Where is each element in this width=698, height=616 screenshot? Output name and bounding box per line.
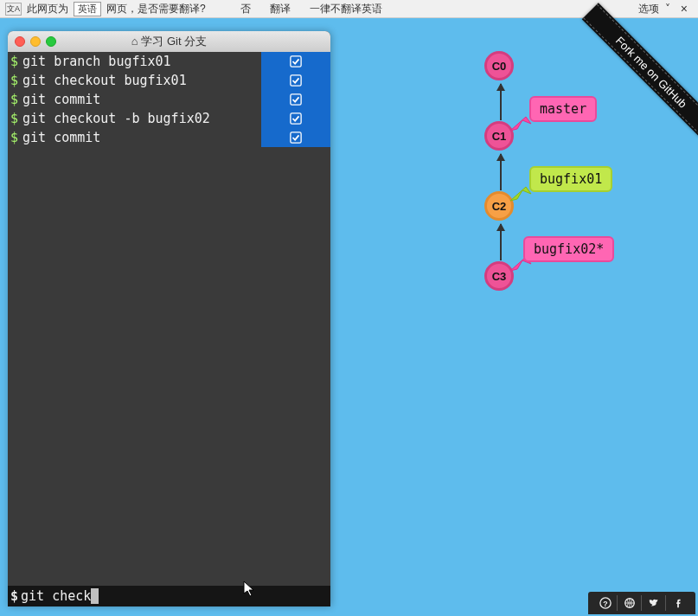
check-icon	[261, 109, 330, 128]
prompt: $	[8, 52, 22, 71]
command-text: git commit	[22, 90, 261, 109]
terminal-input[interactable]: $ git check	[8, 586, 330, 606]
twitter-icon[interactable]	[642, 595, 666, 611]
translate-text-2: 网页，是否需要翻译?	[106, 2, 206, 16]
svg-rect-5	[291, 94, 301, 105]
svg-rect-4	[291, 75, 301, 86]
terminal-line: $ git branch bugfix01	[8, 52, 330, 71]
terminal-window: ⌂ 学习 Git 分支 $ git branch bugfix01 $ git …	[8, 31, 330, 606]
commit-arrow	[500, 154, 502, 190]
translate-close-button[interactable]: ×	[676, 2, 693, 16]
branch-label: bugfix01	[540, 171, 602, 187]
facebook-icon[interactable]	[666, 595, 690, 611]
translate-icon: 文A	[5, 3, 22, 16]
svg-marker-1	[510, 187, 531, 201]
commit-node-c0[interactable]: C0	[484, 51, 514, 80]
branch-label: bugfix02*	[534, 241, 604, 257]
mouse-cursor-icon	[243, 581, 257, 601]
detected-language[interactable]: 英语	[74, 2, 101, 16]
commit-arrow	[500, 224, 502, 260]
prompt: $	[8, 588, 21, 604]
home-icon: ⌂	[131, 35, 141, 48]
command-text: git branch bugfix01	[22, 52, 261, 71]
branch-tag-master[interactable]: master	[529, 96, 597, 122]
command-text: git checkout -b bugfix02	[22, 109, 261, 128]
branch-tag-bugfix01[interactable]: bugfix01	[529, 166, 612, 192]
translate-no-button[interactable]: 否	[234, 2, 258, 16]
fork-ribbon-link[interactable]: Fork me on GitHub	[582, 3, 698, 142]
translate-options-dropdown[interactable]: 选项 ˅	[638, 2, 670, 16]
terminal-titlebar[interactable]: ⌂ 学习 Git 分支	[8, 31, 330, 52]
prompt: $	[8, 71, 22, 90]
check-icon	[261, 52, 330, 71]
svg-text:?: ?	[603, 600, 607, 608]
check-icon	[261, 128, 330, 147]
terminal-line: $ git checkout -b bugfix02	[8, 109, 330, 128]
text-cursor	[91, 588, 99, 604]
svg-rect-6	[291, 113, 301, 124]
terminal-title: ⌂ 学习 Git 分支	[8, 34, 330, 49]
translate-text-1: 此网页为	[27, 2, 68, 16]
canvas-area: Fork me on GitHub C0 C1 C2 C3 master bug…	[0, 18, 698, 616]
svg-rect-3	[291, 56, 301, 67]
branch-tag-bugfix02[interactable]: bugfix02*	[523, 236, 614, 262]
input-text: git check	[21, 588, 91, 604]
globe-icon[interactable]	[618, 595, 642, 611]
commit-label: C1	[492, 130, 507, 143]
check-icon	[261, 71, 330, 90]
translate-never-button[interactable]: 一律不翻译英语	[303, 2, 389, 16]
prompt: $	[8, 109, 22, 128]
command-text: git commit	[22, 128, 261, 147]
terminal-line: $ git commit	[8, 128, 330, 147]
bottom-toolbar: ?	[588, 592, 695, 614]
svg-rect-7	[291, 132, 301, 143]
commit-label: C3	[492, 270, 507, 283]
branch-label: master	[540, 101, 586, 117]
terminal-body: $ git branch bugfix01 $ git checkout bug…	[8, 52, 330, 586]
commit-label: C2	[492, 200, 507, 213]
question-icon[interactable]: ?	[593, 595, 618, 611]
check-icon	[261, 90, 330, 109]
command-text: git checkout bugfix01	[22, 71, 261, 90]
translate-yes-button[interactable]: 翻译	[263, 2, 298, 16]
svg-marker-0	[510, 117, 531, 131]
commit-label: C0	[492, 60, 507, 73]
prompt: $	[8, 90, 22, 109]
commit-arrow	[500, 84, 502, 120]
terminal-line: $ git commit	[8, 90, 330, 109]
terminal-line: $ git checkout bugfix01	[8, 71, 330, 90]
prompt: $	[8, 128, 22, 147]
